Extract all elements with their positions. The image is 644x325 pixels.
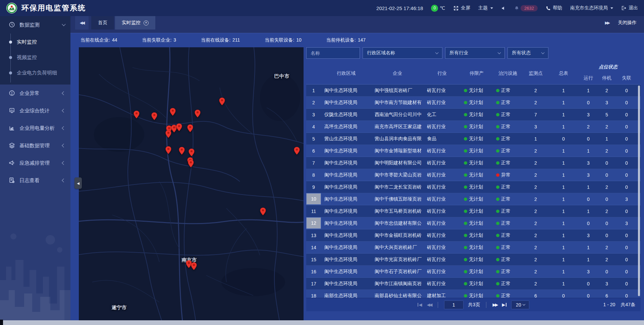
table-row[interactable]: 8阆中生态环境局阆中市枣碧大梁山页岩砖瓦行业无计划异常21300 bbox=[306, 169, 641, 181]
map-pin-icon[interactable] bbox=[188, 160, 194, 169]
table-row[interactable]: 1阆中生态环境局阆中强锐页岩砖厂砖瓦行业无计划正常21120 bbox=[306, 85, 641, 97]
company-cell: 南充市高坪区王家店建 bbox=[371, 121, 424, 132]
monitor-points-cell: 7 bbox=[523, 109, 548, 120]
map-pin-icon[interactable] bbox=[170, 108, 176, 117]
lost-cell: 0 bbox=[615, 157, 638, 169]
fullscreen-button[interactable]: 全屏 bbox=[453, 5, 470, 11]
table-row[interactable]: 11阆中生态环境局阆中市五马桥页岩机砖砖瓦行业无计划正常21120 bbox=[306, 205, 641, 217]
pollution-facility-cell: 正常 bbox=[493, 229, 523, 241]
table-row[interactable]: 15阆中生态环境局阆中市光富页岩机砖厂砖瓦行业无计划正常21120 bbox=[306, 254, 641, 266]
table-row[interactable]: 3仪陇生态环境局西南油气田分公司川中化工无计划正常71350 bbox=[306, 109, 641, 121]
map-pin-icon[interactable] bbox=[189, 149, 194, 158]
region-cell: 阆中生态环境局 bbox=[321, 278, 371, 289]
stop-limit-cell: 无计划 bbox=[461, 133, 493, 145]
map-pin-icon[interactable] bbox=[260, 208, 266, 217]
sidebar-item-data-monitoring[interactable]: 数据监测 bbox=[0, 16, 70, 34]
table-row[interactable]: 2阆中生态环境局阆中市南方节能建材有砖瓦行业无计划正常21030 bbox=[306, 97, 641, 109]
table-row[interactable]: 5营山生态环境局营山县润丰肉食品有限食品无计划正常10010 bbox=[306, 133, 641, 145]
table-row[interactable]: 12阆中生态环境局阆中市忠信建材有限公砖瓦行业无计划正常21003 bbox=[306, 217, 641, 229]
map-pin-icon[interactable] bbox=[134, 111, 140, 120]
sidebar-subitem-power-load-detail[interactable]: 企业电力负荷明细 bbox=[0, 65, 70, 80]
status-text: 无计划 bbox=[469, 148, 483, 154]
lost-cell: 0 bbox=[615, 266, 638, 277]
map-pin-icon[interactable] bbox=[195, 110, 200, 119]
sidebar-item-emergency-reduction[interactable]: 应急减排管理 bbox=[0, 154, 70, 172]
map-pin-icon[interactable] bbox=[219, 98, 225, 107]
running-cell: 3 bbox=[579, 229, 598, 241]
org-menu[interactable]: 南充市生态环境局 bbox=[570, 5, 613, 11]
logout-button[interactable]: 退出 bbox=[621, 5, 638, 11]
table-row[interactable]: 7阆中生态环境局阆中明阳建材有限公司砖瓦行业无计划正常21300 bbox=[306, 157, 641, 169]
chevron-left-icon bbox=[62, 144, 65, 147]
main-area: ◀◀ 首页实时监控× ▶▶ 关闭操作 当前在线企业:44当前失联企业:3当前在线… bbox=[70, 16, 644, 325]
first-page-button[interactable]: ◀ bbox=[418, 302, 422, 307]
company-cell: 营山县润丰肉食品有限 bbox=[371, 133, 424, 145]
sidebar-item-log-view[interactable]: 日志查看 bbox=[0, 172, 70, 189]
map-pin-icon[interactable] bbox=[294, 147, 300, 156]
name-filter-input[interactable] bbox=[306, 47, 360, 59]
stopped-cell: 0 bbox=[598, 157, 615, 169]
stat-value: 211 bbox=[232, 37, 240, 43]
table-row[interactable]: 6阆中生态环境局阆中市金博瑞新型墙材砖瓦行业无计划正常21120 bbox=[306, 145, 641, 157]
pollution-facility-cell: 正常 bbox=[493, 193, 523, 205]
sidebar-item-company-abnormal[interactable]: 企业异常 bbox=[0, 85, 70, 102]
close-operations-button[interactable]: 关闭操作 bbox=[618, 20, 637, 26]
status-dot-green bbox=[496, 282, 499, 285]
sidebar-item-base-data[interactable]: 基础数据管理 bbox=[0, 137, 70, 154]
table-row[interactable]: 16阆中生态环境局阆中市石子页岩机砖厂砖瓦行业无计划正常21300 bbox=[306, 266, 641, 278]
map-pin-icon[interactable] bbox=[166, 130, 171, 139]
theme-menu[interactable]: 主题 bbox=[478, 5, 493, 11]
region-filter-select[interactable]: 行政区域名称 bbox=[363, 47, 442, 59]
page-input[interactable] bbox=[444, 301, 464, 309]
map-pin-icon[interactable] bbox=[187, 124, 193, 133]
lost-cell: 0 bbox=[615, 181, 638, 193]
map-pin-icon[interactable] bbox=[179, 147, 184, 156]
map-pin-icon[interactable] bbox=[152, 112, 157, 121]
sidebar-subitem-realtime-monitoring[interactable]: 实时监控 bbox=[0, 34, 70, 50]
row-number-cell: 5 bbox=[306, 133, 321, 145]
total-meter-cell: 1 bbox=[548, 121, 579, 132]
map-panel[interactable]: 巴中市南充市遂宁市 ◀ bbox=[79, 47, 304, 321]
status-text: 无计划 bbox=[469, 124, 483, 130]
notifications-button[interactable]: 2632 bbox=[514, 5, 538, 11]
sidebar-item-power-analysis[interactable]: 企业用电量分析 bbox=[0, 119, 70, 137]
volume-button[interactable] bbox=[501, 6, 506, 11]
pollution-facility-cell: 正常 bbox=[493, 290, 523, 298]
collapse-map-button[interactable]: ◀ bbox=[74, 177, 82, 189]
tab-close-icon[interactable]: × bbox=[144, 20, 149, 25]
sidebar-item-company-statistics[interactable]: 企业综合统计 bbox=[0, 102, 70, 119]
table-row[interactable]: 13阆中生态环境局阆中市金福旺页岩机砖砖瓦行业无计划正常21300 bbox=[306, 229, 641, 241]
map-pin-icon[interactable] bbox=[166, 146, 171, 155]
status-text: 无计划 bbox=[469, 160, 483, 166]
table-row[interactable]: 18南部生态环境局南部县砂仙土砖有限公建材加工无计划正常60060 bbox=[306, 290, 641, 298]
row-number-cell: 16 bbox=[306, 266, 321, 277]
table-row[interactable]: 10阆中生态环境局阆中千佛镇五郎垭页岩砖瓦行业无计划正常21003 bbox=[306, 193, 641, 205]
last-page-button[interactable]: ▶ bbox=[502, 302, 506, 307]
status-filter-select[interactable]: 所有状态 bbox=[507, 47, 548, 59]
next-page-button[interactable]: ▶▶ bbox=[492, 302, 497, 307]
stat-label: 当前在线企业: bbox=[80, 37, 110, 43]
tabs-scroll-left-button[interactable]: ◀◀ bbox=[75, 16, 89, 30]
table-row[interactable]: 4高坪生态环境局南充市高坪区王家店建砖瓦行业无计划正常31220 bbox=[306, 121, 641, 133]
map-pin-icon[interactable] bbox=[176, 123, 182, 132]
tab-realtime[interactable]: 实时监控× bbox=[115, 16, 155, 30]
table-scrollbar[interactable] bbox=[638, 86, 640, 296]
status-text: 无计划 bbox=[469, 136, 483, 142]
monitor-points-cell: 2 bbox=[523, 278, 548, 289]
previous-page-button[interactable]: ◀◀ bbox=[427, 302, 432, 307]
tabs-scroll-right-button[interactable]: ▶▶ bbox=[605, 20, 609, 25]
tab-home[interactable]: 首页 bbox=[91, 16, 114, 30]
table-row[interactable]: 14阆中生态环境局阆中大兴页岩机砖厂砖瓦行业无计划正常21120 bbox=[306, 241, 641, 254]
map-pin-icon[interactable] bbox=[191, 262, 197, 271]
page-size-select[interactable]: 20 bbox=[511, 301, 529, 309]
industry-filter-select[interactable]: 所有行业 bbox=[445, 47, 505, 59]
help-button[interactable]: 帮助 bbox=[546, 5, 562, 11]
industry-cell: 砖瓦行业 bbox=[424, 97, 461, 108]
monitor-points-cell: 2 bbox=[523, 169, 548, 181]
column-subheader: 失联 bbox=[615, 72, 638, 85]
sidebar-subitem-video-monitoring[interactable]: 视频监控 bbox=[0, 50, 70, 65]
table-row[interactable]: 9阆中生态环境局阆中市二龙长宝页岩砖砖瓦行业无计划正常21120 bbox=[306, 181, 641, 193]
table-row[interactable]: 17阆中生态环境局阆中市江南镇阆南页岩砖瓦行业无计划正常21030 bbox=[306, 278, 641, 290]
sidebar-subitem-label: 视频监控 bbox=[17, 54, 37, 61]
total-meter-cell: 1 bbox=[548, 145, 579, 157]
